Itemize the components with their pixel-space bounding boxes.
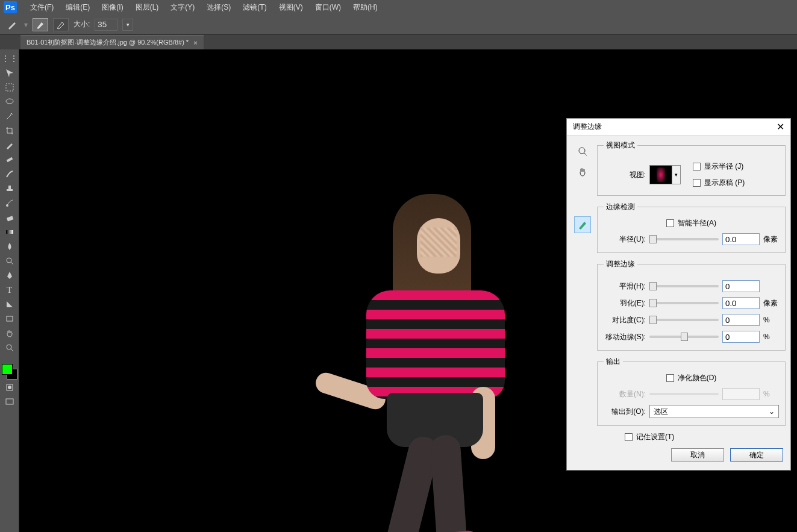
document-tab-strip: B01-01初阶抠图-调整边缘介绍.jpg @ 90.2%(RGB/8#) * … — [0, 35, 797, 49]
mode-add-button[interactable] — [33, 18, 48, 31]
brush-preview-icon[interactable] — [5, 18, 19, 31]
feather-input[interactable] — [722, 297, 760, 309]
type-tool-icon[interactable]: T — [2, 283, 17, 296]
toolbox: ⋮⋮ T — [0, 49, 19, 532]
menu-image[interactable]: 图像(I) — [96, 1, 129, 14]
stamp-tool-icon[interactable] — [2, 182, 17, 195]
screen-mode-icon[interactable] — [2, 395, 17, 408]
document-tab-close[interactable]: × — [193, 39, 197, 46]
contrast-label: 对比度(C): — [604, 315, 646, 325]
shift-label: 移动边缘(S): — [604, 332, 646, 342]
contrast-slider[interactable] — [649, 319, 719, 321]
amount-slider — [649, 393, 719, 395]
view-label: 视图: — [604, 170, 646, 180]
adjust-edge-group: 调整边缘 平滑(H): 羽化(E): 像素 对比度(C): — [597, 259, 786, 351]
svg-rect-5 — [6, 230, 13, 234]
menu-bar: Ps 文件(F) 编辑(E) 图像(I) 图层(L) 文字(Y) 选择(S) 滤… — [0, 0, 797, 14]
move-tool-icon[interactable] — [2, 66, 17, 80]
feather-label: 羽化(E): — [604, 298, 646, 308]
app-logo: Ps — [4, 1, 17, 13]
menu-edit[interactable]: 编辑(E) — [60, 1, 96, 14]
svg-rect-2 — [6, 157, 13, 162]
radius-slider[interactable] — [649, 238, 719, 240]
amount-label: 数量(N): — [604, 389, 646, 399]
remember-settings-checkbox[interactable]: 记住设置(T) — [597, 432, 786, 442]
zoom-tool-icon[interactable] — [2, 341, 17, 354]
menu-select[interactable]: 选择(S) — [201, 1, 237, 14]
eraser-tool-icon[interactable] — [2, 211, 17, 224]
menu-help[interactable]: 帮助(H) — [347, 1, 384, 14]
refine-brush-button[interactable] — [574, 216, 591, 233]
shift-input[interactable] — [722, 331, 760, 343]
hand-tool-icon[interactable] — [2, 327, 17, 340]
output-legend: 输出 — [604, 357, 623, 367]
svg-point-10 — [8, 386, 11, 389]
radius-label: 半径(U): — [604, 234, 646, 245]
dialog-titlebar[interactable]: 调整边缘 ✕ — [567, 119, 790, 136]
marquee-tool-icon[interactable] — [2, 81, 17, 94]
show-original-label: 显示原稿 (P) — [704, 178, 745, 188]
crop-tool-icon[interactable] — [2, 124, 17, 137]
menu-layer[interactable]: 图层(L) — [130, 1, 165, 14]
contrast-input[interactable] — [722, 314, 760, 326]
document-tab[interactable]: B01-01初阶抠图-调整边缘介绍.jpg @ 90.2%(RGB/8#) * … — [20, 35, 204, 49]
svg-point-12 — [579, 148, 585, 154]
menu-type[interactable]: 文字(Y) — [164, 1, 201, 14]
canvas-image — [308, 194, 543, 532]
view-dropdown[interactable]: ▾ — [672, 165, 681, 184]
brush-tool-icon[interactable] — [2, 167, 17, 181]
foreground-color-swatch[interactable] — [2, 364, 13, 375]
blur-tool-icon[interactable] — [2, 240, 17, 253]
hand-tool-button[interactable] — [574, 163, 591, 180]
color-swatches[interactable] — [2, 364, 17, 380]
feather-unit: 像素 — [763, 298, 779, 308]
shift-slider[interactable] — [649, 336, 719, 338]
smart-radius-checkbox[interactable]: 智能半径(A) — [604, 218, 779, 228]
menu-view[interactable]: 视图(V) — [273, 1, 309, 14]
shape-tool-icon[interactable] — [2, 312, 17, 325]
smooth-input[interactable] — [722, 280, 760, 292]
zoom-tool-button[interactable] — [574, 143, 591, 160]
output-to-label: 输出到(O): — [604, 407, 646, 417]
refine-edge-dialog: 调整边缘 ✕ 视图模式 视图: ▾ 显示半径 (J) — [566, 118, 791, 471]
smooth-slider[interactable] — [649, 285, 719, 287]
output-to-select[interactable]: 选区 ⌄ — [649, 405, 779, 418]
show-original-checkbox[interactable]: 显示原稿 (P) — [693, 178, 779, 188]
dodge-tool-icon[interactable] — [2, 254, 17, 268]
size-label: 大小: — [73, 19, 90, 30]
options-bar: ▾ 大小: ▾ — [0, 14, 797, 35]
size-dropdown[interactable]: ▾ — [122, 19, 133, 31]
lasso-tool-icon[interactable] — [2, 95, 17, 108]
pen-tool-icon[interactable] — [2, 269, 17, 282]
menu-window[interactable]: 窗口(W) — [309, 1, 347, 14]
output-to-value: 选区 — [654, 407, 668, 417]
dialog-close-button[interactable]: ✕ — [777, 121, 784, 133]
menu-file[interactable]: 文件(F) — [24, 1, 60, 14]
mode-subtract-button[interactable] — [53, 18, 69, 31]
edge-detection-legend: 边缘检测 — [604, 202, 637, 212]
feather-slider[interactable] — [649, 302, 719, 304]
svg-rect-4 — [6, 216, 13, 221]
contrast-unit: % — [763, 316, 779, 324]
svg-point-1 — [6, 99, 13, 104]
eyedropper-tool-icon[interactable] — [2, 139, 17, 152]
gradient-tool-icon[interactable] — [2, 225, 17, 239]
view-thumbnail[interactable] — [649, 165, 672, 184]
size-input[interactable] — [95, 19, 117, 31]
decontaminate-checkbox[interactable]: 净化颜色(D) — [604, 373, 779, 383]
remember-settings-label: 记住设置(T) — [636, 432, 674, 442]
wand-tool-icon[interactable] — [2, 110, 17, 123]
grip-icon[interactable]: ⋮⋮ — [2, 52, 17, 65]
quickmask-icon[interactable] — [2, 381, 17, 394]
cancel-button[interactable]: 取消 — [671, 448, 724, 462]
smooth-label: 平滑(H): — [604, 281, 646, 292]
heal-tool-icon[interactable] — [2, 153, 17, 166]
menu-filter[interactable]: 滤镜(T) — [237, 1, 272, 14]
radius-unit: 像素 — [763, 234, 779, 245]
path-tool-icon[interactable] — [2, 298, 17, 311]
radius-input[interactable] — [722, 233, 760, 245]
ok-button[interactable]: 确定 — [730, 448, 783, 462]
dialog-title: 调整边缘 — [573, 122, 602, 132]
history-brush-tool-icon[interactable] — [2, 196, 17, 210]
show-radius-checkbox[interactable]: 显示半径 (J) — [693, 161, 779, 172]
